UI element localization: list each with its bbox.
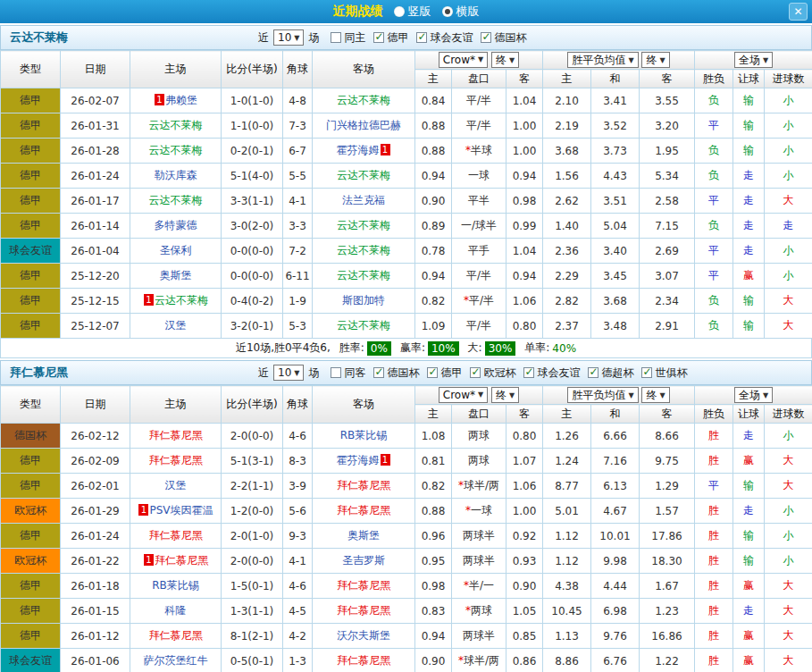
- match-row: 德甲26-02-071弗赖堡1-0(1-0)4-8云达不莱梅0.84平/半1.0…: [1, 88, 812, 113]
- league-badge: 德甲: [1, 599, 61, 624]
- opponent-team-link[interactable]: 汉堡: [165, 479, 187, 491]
- scope-select[interactable]: 全场 ▼: [734, 52, 773, 68]
- europe-final-select[interactable]: 终 ▼: [641, 387, 669, 403]
- opponent-team-link[interactable]: 斯图加特: [342, 294, 385, 307]
- score-link[interactable]: 3-3(1-1): [222, 189, 283, 214]
- subject-team-link[interactable]: 拜仁慕尼黑: [149, 529, 203, 542]
- filter-checkbox-德国杯[interactable]: 德国杯: [373, 365, 419, 381]
- score-link[interactable]: 2-2(1-1): [222, 474, 283, 499]
- col-header-corners: 角球: [283, 51, 313, 88]
- europe-final-select[interactable]: 终 ▼: [641, 52, 669, 68]
- checkbox-icon: [641, 367, 652, 378]
- score-link[interactable]: 1-3(1-1): [222, 599, 283, 624]
- score-link[interactable]: 0-4(0-2): [222, 289, 283, 314]
- opponent-team-link[interactable]: 沃尔夫斯堡: [337, 629, 390, 642]
- score-link[interactable]: 1-1(0-0): [222, 113, 283, 139]
- europe-away-odds: 1.29: [640, 474, 695, 499]
- score-link[interactable]: 5-1(4-0): [222, 164, 283, 189]
- score-link[interactable]: 2-0(0-0): [222, 549, 283, 574]
- filter-checkbox-德超杯[interactable]: 德超杯: [588, 365, 633, 381]
- filter-checkbox-同客[interactable]: 同客: [331, 365, 365, 381]
- opponent-team-link[interactable]: PSV埃因霍温: [149, 504, 213, 517]
- europe-avg-select[interactable]: 胜平负均值 ▼: [567, 52, 638, 68]
- opponent-team-link[interactable]: 多特蒙德: [155, 219, 197, 231]
- opponent-team-link[interactable]: 萨尔茨堡红牛: [144, 654, 208, 667]
- filter-checkbox-球会友谊[interactable]: 球会友谊: [523, 365, 580, 381]
- opponent-team-link[interactable]: 勒沃库森: [155, 169, 197, 181]
- score-link[interactable]: 0-5(0-1): [222, 649, 283, 672]
- opponent-team-link[interactable]: 科隆: [165, 604, 187, 617]
- score-link[interactable]: 3-0(2-0): [222, 214, 283, 239]
- opponent-team-link[interactable]: 霍芬海姆: [337, 144, 380, 156]
- opponent-team-link[interactable]: RB莱比锡: [152, 579, 199, 592]
- filter-checkbox-德甲[interactable]: 德甲: [427, 365, 462, 381]
- subject-team-link[interactable]: 拜仁慕尼黑: [149, 429, 203, 441]
- asia-final-select[interactable]: 终 ▼: [491, 52, 519, 68]
- subject-team-link[interactable]: 拜仁慕尼黑: [337, 654, 390, 667]
- result-wdl-cell: 平: [695, 474, 733, 499]
- match-row: 德甲25-12-07汉堡3-2(0-1)5-3云达不莱梅1.09平/半0.802…: [1, 314, 812, 339]
- bookmaker-select[interactable]: Crow* ▼: [439, 387, 488, 403]
- score-link[interactable]: 2-0(1-0): [222, 524, 283, 549]
- score-link[interactable]: 0-0(0-0): [222, 264, 283, 289]
- asia-away-odds: 1.00: [506, 499, 543, 524]
- subject-team-link[interactable]: 拜仁慕尼黑: [337, 604, 390, 617]
- subject-team-link[interactable]: 云达不莱梅: [149, 144, 203, 156]
- filter-bar: 近 10 ▼ 场 同主德甲球会友谊德国杯: [258, 29, 526, 46]
- opponent-team-link[interactable]: 弗赖堡: [165, 94, 197, 106]
- match-count-select[interactable]: 10 ▼: [273, 29, 304, 46]
- opponent-team-link[interactable]: 奥斯堡: [347, 529, 380, 542]
- subject-team-link[interactable]: 拜仁慕尼黑: [337, 479, 390, 491]
- layout-radio-vertical[interactable]: 竖版: [394, 4, 431, 20]
- asia-handicap: 两球: [452, 424, 506, 449]
- asia-final-select[interactable]: 终 ▼: [491, 387, 519, 403]
- subject-team-link[interactable]: 云达不莱梅: [337, 169, 390, 181]
- filter-checkbox-欧冠杯[interactable]: 欧冠杯: [470, 365, 515, 381]
- subject-team-link[interactable]: 云达不莱梅: [337, 269, 390, 281]
- score-link[interactable]: 1-0(1-0): [222, 88, 283, 113]
- subject-team-link[interactable]: 云达不莱梅: [337, 219, 390, 231]
- subject-team-link[interactable]: 云达不莱梅: [337, 94, 390, 106]
- subject-team-link[interactable]: 云达不莱梅: [149, 194, 203, 206]
- opponent-team-link[interactable]: RB莱比锡: [340, 429, 388, 441]
- europe-away-odds: 2.69: [640, 239, 695, 264]
- subject-team-link[interactable]: 拜仁慕尼黑: [149, 629, 203, 642]
- subject-team-link[interactable]: 云达不莱梅: [337, 244, 390, 256]
- filter-checkbox-球会友谊[interactable]: 球会友谊: [416, 30, 473, 46]
- score-link[interactable]: 3-2(0-1): [222, 314, 283, 339]
- close-button[interactable]: ✕: [789, 3, 808, 21]
- subject-team-link[interactable]: 云达不莱梅: [337, 319, 390, 332]
- score-link[interactable]: 5-1(3-1): [222, 449, 283, 474]
- opponent-team-link[interactable]: 圣吉罗斯: [342, 554, 385, 567]
- layout-radio-horizontal[interactable]: 横版: [442, 4, 480, 20]
- filter-checkbox-德甲[interactable]: 德甲: [373, 30, 408, 46]
- filter-checkbox-同主[interactable]: 同主: [331, 30, 365, 46]
- score-link[interactable]: 0-2(0-1): [222, 139, 283, 164]
- result-wdl-cell: 胜: [695, 549, 733, 574]
- score-link[interactable]: 1-2(0-0): [222, 499, 283, 524]
- match-count-select[interactable]: 10 ▼: [273, 365, 304, 381]
- bookmaker-select[interactable]: Crow* ▼: [439, 52, 488, 68]
- score-link[interactable]: 2-0(0-0): [222, 424, 283, 449]
- score-link[interactable]: 0-0(0-0): [222, 239, 283, 264]
- opponent-team-link[interactable]: 门兴格拉德巴赫: [326, 119, 401, 131]
- corner-score: 5-3: [283, 314, 313, 339]
- opponent-team-link[interactable]: 圣保利: [160, 244, 192, 256]
- filter-checkbox-德国杯[interactable]: 德国杯: [481, 30, 526, 46]
- opponent-team-link[interactable]: 汉堡: [165, 319, 187, 332]
- score-link[interactable]: 8-1(2-1): [222, 624, 283, 649]
- score-link[interactable]: 1-5(0-1): [222, 574, 283, 599]
- opponent-team-link[interactable]: 霍芬海姆: [337, 454, 380, 466]
- scope-select[interactable]: 全场 ▼: [734, 387, 773, 403]
- subject-team-link[interactable]: 拜仁慕尼黑: [149, 454, 203, 466]
- filter-checkbox-世俱杯[interactable]: 世俱杯: [641, 365, 687, 381]
- europe-avg-select[interactable]: 胜平负均值 ▼: [567, 387, 638, 403]
- subject-team-link[interactable]: 云达不莱梅: [155, 294, 208, 307]
- subject-team-link[interactable]: 拜仁慕尼黑: [337, 504, 390, 517]
- subject-team-link[interactable]: 云达不莱梅: [149, 119, 203, 131]
- subject-team-link[interactable]: 拜仁慕尼黑: [337, 579, 390, 592]
- opponent-team-link[interactable]: 法兰克福: [342, 194, 385, 206]
- match-date: 26-01-24: [61, 524, 130, 549]
- opponent-team-link[interactable]: 奥斯堡: [160, 269, 192, 281]
- subject-team-link[interactable]: 拜仁慕尼黑: [155, 554, 208, 567]
